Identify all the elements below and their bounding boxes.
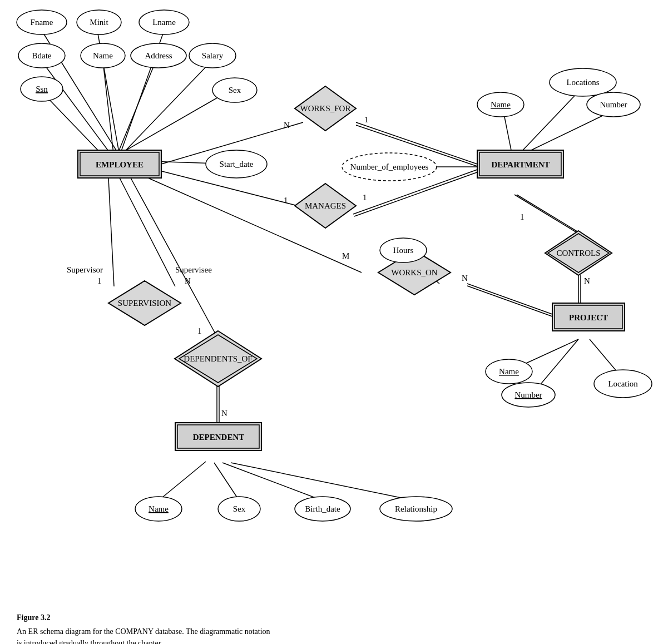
svg-line-4 xyxy=(103,61,114,158)
controls-n: N xyxy=(584,276,590,285)
lname-label: Lname xyxy=(152,18,176,27)
svg-line-8 xyxy=(121,89,232,153)
ssn-label: Ssn xyxy=(36,85,48,93)
dept-name-label: Name xyxy=(491,100,511,109)
emp-name-label: Name xyxy=(93,51,113,60)
caption-line2: is introduced gradually throughout the c… xyxy=(17,637,651,644)
dependents-of-1: 1 xyxy=(197,326,202,335)
fname-label: Fname xyxy=(31,18,53,27)
svg-line-12 xyxy=(523,92,578,150)
er-diagram: text { font-family: 'Times New Roman', T… xyxy=(0,0,668,606)
manages-1-dept: 1 xyxy=(363,193,367,202)
svg-line-13 xyxy=(503,111,512,153)
proj-location-label: Location xyxy=(608,379,638,388)
svg-line-5 xyxy=(116,61,156,158)
locations-label: Locations xyxy=(566,78,599,87)
supervision-n: N xyxy=(185,276,191,285)
start-date-label: Start_date xyxy=(220,160,254,169)
svg-line-6 xyxy=(118,61,211,158)
svg-line-38 xyxy=(222,463,323,501)
svg-line-36 xyxy=(159,462,206,501)
svg-line-21 xyxy=(517,195,581,234)
supervisee-label: Supervisee xyxy=(175,265,212,274)
proj-number-label: Number xyxy=(514,390,542,399)
department-label: DEPARTMENT xyxy=(491,160,550,169)
dept-number-label: Number xyxy=(600,100,627,109)
svg-line-39 xyxy=(231,463,414,501)
svg-line-14 xyxy=(531,111,612,150)
bdate-label: Bdate xyxy=(32,51,52,60)
dep-name-label: Name xyxy=(149,504,169,513)
works-on-n: N xyxy=(462,274,468,283)
controls-1: 1 xyxy=(520,212,524,221)
dependents-of-n: N xyxy=(221,409,227,418)
birth-date-label: Birth_date xyxy=(305,504,340,513)
manages-label: MANAGES xyxy=(305,201,346,210)
sex-label: Sex xyxy=(229,86,241,95)
svg-line-29 xyxy=(467,284,552,314)
figure-title: Figure 3.2 xyxy=(17,612,651,623)
supervisor-label: Supervisor xyxy=(67,265,103,274)
address-label: Address xyxy=(145,51,172,60)
employee-label: EMPLOYEE xyxy=(96,160,144,169)
supervision-1: 1 xyxy=(97,276,102,285)
dependent-label: DEPENDENT xyxy=(193,433,245,442)
svg-line-30 xyxy=(467,286,552,316)
caption-line1: An ER schema diagram for the COMPANY dat… xyxy=(17,626,651,637)
figure-caption: Figure 3.2 An ER schema diagram for the … xyxy=(0,606,668,644)
relationship-label: Relationship xyxy=(395,504,437,513)
works-for-1: 1 xyxy=(364,115,369,124)
svg-line-37 xyxy=(214,463,239,501)
manages-1-emp: 1 xyxy=(284,196,288,205)
works-for-n: N xyxy=(284,121,290,130)
hours-label: Hours xyxy=(393,246,414,255)
svg-line-32 xyxy=(120,178,175,286)
works-on-label: WORKS_ON xyxy=(391,268,438,277)
works-on-m: M xyxy=(342,251,349,260)
works-for-label: WORKS_FOR xyxy=(300,104,351,113)
num-employees-label: Number_of_employees xyxy=(350,162,429,171)
svg-line-3 xyxy=(42,61,114,158)
svg-line-31 xyxy=(108,178,114,286)
minit-label: Minit xyxy=(90,18,108,27)
proj-name-label: Name xyxy=(499,367,519,376)
salary-label: Salary xyxy=(202,51,224,60)
dependents-of-label: DEPENDENTS_OF xyxy=(184,354,252,363)
supervision-label: SUPERVISION xyxy=(118,299,171,308)
dep-sex-label: Sex xyxy=(233,504,246,513)
project-label: PROJECT xyxy=(569,313,608,322)
controls-label: CONTROLS xyxy=(556,249,600,257)
